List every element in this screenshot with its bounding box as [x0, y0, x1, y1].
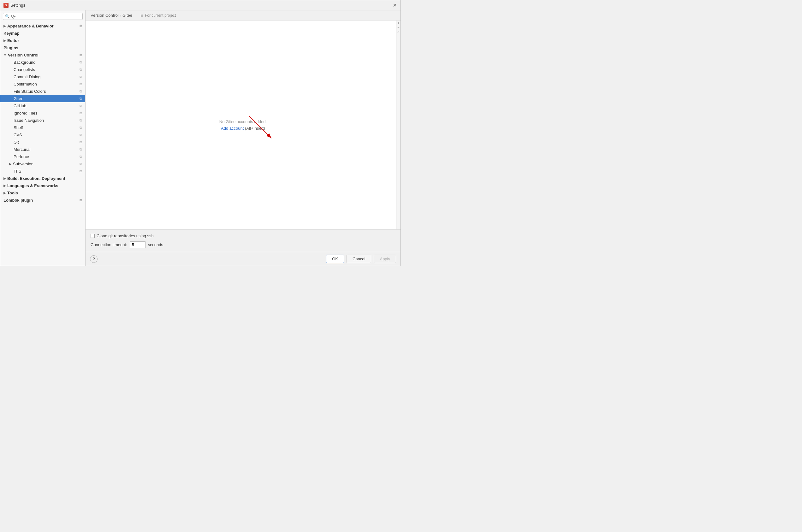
search-box[interactable]: 🔍	[3, 13, 83, 20]
sidebar-label-mercurial: Mercurial	[14, 147, 30, 152]
help-button[interactable]: ?	[90, 255, 97, 263]
sidebar-label-plugins: Plugins	[3, 45, 18, 50]
sidebar-item-languages[interactable]: ▶Languages & Frameworks	[0, 182, 85, 189]
copy-icon-confirmation[interactable]: ⧉	[79, 82, 82, 86]
scroll-plus[interactable]: +	[397, 21, 399, 25]
sidebar-item-mercurial[interactable]: Mercurial⧉	[0, 146, 85, 153]
sidebar-item-shelf[interactable]: Shelf⧉	[0, 124, 85, 131]
sidebar-item-tools[interactable]: ▶Tools	[0, 189, 85, 196]
arrow-icon-build: ▶	[3, 177, 6, 180]
sidebar-item-editor[interactable]: ▶Editor	[0, 37, 85, 44]
sidebar-item-background[interactable]: Background⧉	[0, 59, 85, 66]
sidebar-label-gitee: Gitee	[14, 96, 23, 101]
scroll-minus[interactable]: −	[397, 25, 399, 29]
ok-button[interactable]: OK	[326, 255, 344, 263]
sidebar-item-github[interactable]: GitHub⧉	[0, 102, 85, 110]
sidebar-label-perforce: Perforce	[14, 154, 29, 159]
sidebar-item-changelists[interactable]: Changelists⧉	[0, 66, 85, 73]
copy-icon-version-control[interactable]: ⧉	[79, 53, 82, 57]
window-title: Settings	[11, 3, 25, 7]
copy-icon-file-status-colors[interactable]: ⧉	[79, 89, 82, 93]
add-account-row: Add account (Alt+Insert)	[219, 126, 267, 131]
sidebar-label-ignored-files: Ignored Files	[14, 111, 37, 115]
copy-icon-shelf[interactable]: ⧉	[79, 126, 82, 130]
copy-icon-git[interactable]: ⧉	[79, 140, 82, 144]
clone-ssh-label[interactable]: Clone git repositories using ssh	[97, 233, 154, 238]
sidebar-item-appearance[interactable]: ▶Appearance & Behavior⧉	[0, 22, 85, 30]
sidebar-label-build: Build, Execution, Deployment	[7, 176, 65, 181]
copy-icon-commit-dialog[interactable]: ⧉	[79, 75, 82, 79]
sidebar-item-keymap[interactable]: Keymap	[0, 30, 85, 37]
sidebar-label-github: GitHub	[14, 103, 26, 108]
empty-message: No Gitee accounts added.	[219, 119, 267, 124]
sidebar-item-tfs[interactable]: TFS⧉	[0, 168, 85, 175]
copy-icon-subversion[interactable]: ⧉	[79, 162, 82, 166]
clone-ssh-row: Clone git repositories using ssh	[91, 233, 395, 238]
sidebar-item-commit-dialog[interactable]: Commit Dialog⧉	[0, 73, 85, 80]
arrow-icon-languages: ▶	[3, 184, 6, 187]
project-icon: 🖥	[140, 13, 144, 18]
copy-icon-ignored-files[interactable]: ⧉	[79, 111, 82, 115]
timeout-label: Connection timeout:	[91, 242, 127, 247]
sidebar-item-lombok[interactable]: Lombok plugin⧉	[0, 196, 85, 204]
sidebar-item-confirmation[interactable]: Confirmation⧉	[0, 80, 85, 88]
copy-icon-issue-navigation[interactable]: ⧉	[79, 118, 82, 122]
arrow-icon-version-control: ▼	[3, 53, 7, 57]
scroll-check[interactable]: ✓	[397, 30, 400, 34]
apply-button[interactable]: Apply	[374, 255, 396, 263]
cancel-button[interactable]: Cancel	[347, 255, 371, 263]
sidebar-item-build[interactable]: ▶Build, Execution, Deployment	[0, 175, 85, 182]
clone-ssh-checkbox[interactable]	[91, 234, 95, 238]
nav-list: ▶Appearance & Behavior⧉Keymap▶EditorPlug…	[0, 22, 85, 204]
sidebar-label-languages: Languages & Frameworks	[7, 183, 58, 188]
sidebar-label-file-status-colors: File Status Colors	[14, 89, 46, 94]
breadcrumb-separator: ›	[120, 13, 121, 18]
sidebar-item-version-control[interactable]: ▼Version Control⧉	[0, 52, 85, 59]
title-bar: S Settings ✕	[0, 0, 400, 11]
sidebar-item-cvs[interactable]: CVS⧉	[0, 131, 85, 138]
sidebar-label-commit-dialog: Commit Dialog	[14, 74, 40, 79]
sidebar-label-shelf: Shelf	[14, 125, 23, 130]
copy-icon-cvs[interactable]: ⧉	[79, 133, 82, 137]
copy-icon-github[interactable]: ⧉	[79, 104, 82, 108]
copy-icon-background[interactable]: ⧉	[79, 60, 82, 64]
copy-icon-gitee[interactable]: ⧉	[79, 97, 82, 101]
sidebar-label-issue-navigation: Issue Navigation	[14, 118, 44, 123]
copy-icon-appearance[interactable]: ⧉	[79, 24, 82, 28]
sidebar-item-plugins[interactable]: Plugins	[0, 44, 85, 52]
arrow-icon-appearance: ▶	[3, 24, 6, 28]
copy-icon-tfs[interactable]: ⧉	[79, 169, 82, 173]
sidebar-label-subversion: Subversion	[13, 162, 34, 166]
sidebar-item-issue-navigation[interactable]: Issue Navigation⧉	[0, 117, 85, 124]
sidebar-item-perforce[interactable]: Perforce⧉	[0, 153, 85, 160]
sidebar-item-file-status-colors[interactable]: File Status Colors⧉	[0, 88, 85, 95]
sidebar-item-git[interactable]: Git⧉	[0, 138, 85, 146]
sidebar-label-changelists: Changelists	[14, 67, 35, 72]
copy-icon-mercurial[interactable]: ⧉	[79, 147, 82, 151]
sidebar-item-gitee[interactable]: Gitee⧉	[0, 95, 85, 102]
arrow-icon-subversion: ▶	[9, 162, 12, 166]
accounts-empty: No Gitee accounts added. Add account (Al…	[219, 119, 267, 131]
breadcrumb-part1: Version Control	[91, 13, 119, 18]
timeout-input[interactable]	[130, 241, 146, 248]
sidebar-label-editor: Editor	[7, 38, 19, 43]
sidebar-label-cvs: CVS	[14, 133, 22, 137]
copy-icon-perforce[interactable]: ⧉	[79, 155, 82, 159]
search-input[interactable]	[11, 14, 80, 19]
breadcrumb-part2: Gitee	[123, 13, 132, 18]
add-account-hint: (Alt+Insert)	[244, 126, 265, 131]
timeout-unit: seconds	[148, 242, 163, 247]
sidebar-label-version-control: Version Control	[8, 53, 38, 57]
sidebar-label-tools: Tools	[7, 191, 18, 195]
right-panel: Version Control › Gitee 🖥 For current pr…	[86, 11, 400, 266]
sidebar-item-ignored-files[interactable]: Ignored Files⧉	[0, 110, 85, 117]
sidebar-item-subversion[interactable]: ▶Subversion⧉	[0, 160, 85, 168]
close-button[interactable]: ✕	[392, 2, 397, 8]
app-icon: S	[3, 3, 8, 8]
copy-icon-changelists[interactable]: ⧉	[79, 68, 82, 72]
arrow-icon-tools: ▶	[3, 191, 6, 195]
copy-icon-lombok[interactable]: ⧉	[79, 198, 82, 202]
sidebar-label-keymap: Keymap	[3, 31, 20, 36]
arrow-icon-editor: ▶	[3, 39, 6, 42]
add-account-link[interactable]: Add account	[221, 126, 244, 131]
